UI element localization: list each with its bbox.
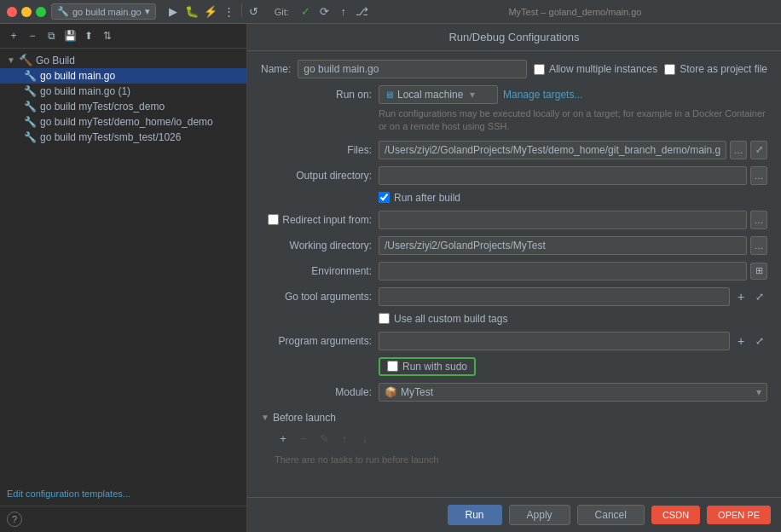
minimize-button[interactable] <box>21 7 32 17</box>
go-build-group[interactable]: ▼ 🔨 Go Build <box>0 52 246 68</box>
share-config-button[interactable]: ⬆ <box>80 27 97 44</box>
top-bar: 🔧 go build main.go ▾ ▶ 🐛 ⚡ ⋮ ↺ Git: ✓ ⟳ … <box>0 0 781 24</box>
output-dir-row: Output directory: … <box>261 166 767 185</box>
more-button[interactable]: ⋮ <box>221 3 238 20</box>
save-config-button[interactable]: 💾 <box>61 27 78 44</box>
program-args-expand-button[interactable]: ⤢ <box>752 333 767 349</box>
store-as-project-label[interactable]: Store as project file <box>664 63 767 75</box>
allow-multiple-label[interactable]: Allow multiple instances <box>534 63 657 75</box>
output-dir-input[interactable] <box>379 166 747 185</box>
tree-item[interactable]: 🔧 go build myTest/cros_demo <box>0 99 246 114</box>
csdn-button[interactable]: CSDN <box>651 506 700 524</box>
run-button[interactable]: ▶ <box>165 3 182 20</box>
tree-item[interactable]: 🔧 go build myTest/smb_test/1026 <box>0 130 246 145</box>
tree-item[interactable]: 🔧 go build myTest/demo_home/io_demo <box>0 114 246 130</box>
before-launch-header[interactable]: ▼ Before launch <box>261 408 767 427</box>
redirect-input-checkbox[interactable] <box>268 214 279 225</box>
cancel-button[interactable]: Cancel <box>577 505 645 525</box>
files-expand-button[interactable]: ⤢ <box>750 141 767 159</box>
help-button[interactable]: ? <box>7 512 22 527</box>
sort-config-button[interactable]: ⇅ <box>99 27 116 44</box>
files-input[interactable] <box>379 141 726 159</box>
name-label: Name: <box>261 63 291 75</box>
before-launch-down-button[interactable]: ↓ <box>356 431 373 448</box>
group-label: Go Build <box>36 55 75 66</box>
files-control: … ⤢ <box>379 141 767 159</box>
allow-multiple-checkbox[interactable] <box>534 64 545 75</box>
go-tool-args-control: + ⤢ <box>379 287 767 306</box>
before-launch-remove-button[interactable]: − <box>295 431 312 448</box>
item-icon-4: 🔧 <box>24 131 37 143</box>
environment-control: ⊞ <box>379 262 767 280</box>
run-on-select-row: 🖥 Local machine ▾ Manage targets... <box>379 85 767 104</box>
dialog-footer: Run Apply Cancel CSDN OPEN PE <box>247 497 781 532</box>
go-tool-args-input[interactable] <box>379 287 730 306</box>
tree-item[interactable]: 🔧 go build main.go <box>0 68 246 84</box>
before-launch-up-button[interactable]: ↑ <box>336 431 353 448</box>
git-branch-icon[interactable]: ⎇ <box>354 3 371 20</box>
undo-button[interactable]: ↺ <box>246 3 263 20</box>
dropdown-arrow-icon: ▾ <box>470 89 475 101</box>
program-args-control: + ⤢ <box>379 332 767 350</box>
before-launch-edit-button[interactable]: ✎ <box>315 431 333 448</box>
run-with-sudo-checkbox[interactable] <box>387 361 398 372</box>
name-input[interactable] <box>298 60 527 78</box>
git-label: Git: <box>275 7 289 17</box>
close-button[interactable] <box>7 7 17 17</box>
redirect-input-control: … <box>379 211 767 229</box>
working-dir-input[interactable] <box>379 236 747 255</box>
module-dropdown[interactable]: 📦 MyTest ▾ <box>379 383 767 402</box>
files-label: Files: <box>261 144 372 156</box>
run-after-build-label[interactable]: Run after build <box>379 192 460 204</box>
remove-config-button[interactable]: − <box>24 27 41 44</box>
run-with-sudo-label: Run with sudo <box>402 361 467 373</box>
before-launch-add-button[interactable]: + <box>275 431 292 448</box>
module-icon: 📦 <box>385 386 397 398</box>
run-after-build-checkbox[interactable] <box>379 192 390 203</box>
redirect-browse-button[interactable]: … <box>750 211 767 229</box>
git-push-icon[interactable]: ↑ <box>335 3 352 20</box>
add-config-button[interactable]: + <box>5 27 22 44</box>
copy-config-button[interactable]: ⧉ <box>43 27 60 44</box>
debug-button[interactable]: 🐛 <box>183 3 200 20</box>
program-args-input[interactable] <box>379 332 730 350</box>
working-dir-browse-button[interactable]: … <box>750 236 767 255</box>
redirect-input-field[interactable] <box>379 211 747 229</box>
name-row: Name: Allow multiple instances Store as … <box>261 60 767 78</box>
git-check-icon[interactable]: ✓ <box>298 3 315 20</box>
coverage-button[interactable]: ⚡ <box>202 3 219 20</box>
before-launch-toolbar: + − ✎ ↑ ↓ <box>261 427 767 451</box>
apply-button[interactable]: Apply <box>509 505 570 525</box>
config-dropdown[interactable]: 🔧 go build main.go ▾ <box>51 3 156 20</box>
custom-build-tags-label[interactable]: Use all custom build tags <box>379 313 507 325</box>
go-tool-add-button[interactable]: + <box>733 289 749 304</box>
store-as-project-checkbox[interactable] <box>664 64 675 75</box>
run-on-hint: Run configurations may be executed local… <box>379 107 767 134</box>
item-icon-0: 🔧 <box>24 70 37 82</box>
environment-input[interactable] <box>379 262 747 280</box>
program-args-add-button[interactable]: + <box>733 333 749 349</box>
run-on-dropdown[interactable]: 🖥 Local machine ▾ <box>379 85 498 104</box>
output-dir-browse-button[interactable]: … <box>750 166 767 185</box>
redirect-input-label: Redirect input from: <box>261 214 372 226</box>
separator <box>241 3 242 17</box>
go-tool-expand-button[interactable]: ⤢ <box>752 289 767 304</box>
module-label: Module: <box>261 386 372 398</box>
chevron-down-icon: ▾ <box>145 6 150 17</box>
open-pe-button[interactable]: OPEN PE <box>707 506 771 524</box>
manage-targets-link[interactable]: Manage targets... <box>503 89 582 101</box>
window-title: MyTest – goland_demo/main.go <box>376 6 774 18</box>
program-args-label: Program arguments: <box>261 335 372 347</box>
environment-browse-button[interactable]: ⊞ <box>750 263 767 280</box>
edit-templates-link[interactable]: Edit configuration templates... <box>0 482 246 506</box>
git-update-icon[interactable]: ⟳ <box>316 3 333 20</box>
custom-build-tags-checkbox[interactable] <box>379 313 390 324</box>
maximize-button[interactable] <box>36 7 46 17</box>
item-icon-2: 🔧 <box>24 101 37 113</box>
environment-label: Environment: <box>261 265 372 277</box>
main-content: + − ⧉ 💾 ⬆ ⇅ ▼ 🔨 Go Build 🔧 go build main… <box>0 24 781 532</box>
run-button[interactable]: Run <box>448 505 502 525</box>
tree-item[interactable]: 🔧 go build main.go (1) <box>0 84 246 99</box>
files-browse-button[interactable]: … <box>730 141 747 159</box>
before-launch-chevron-icon: ▼ <box>261 413 269 422</box>
